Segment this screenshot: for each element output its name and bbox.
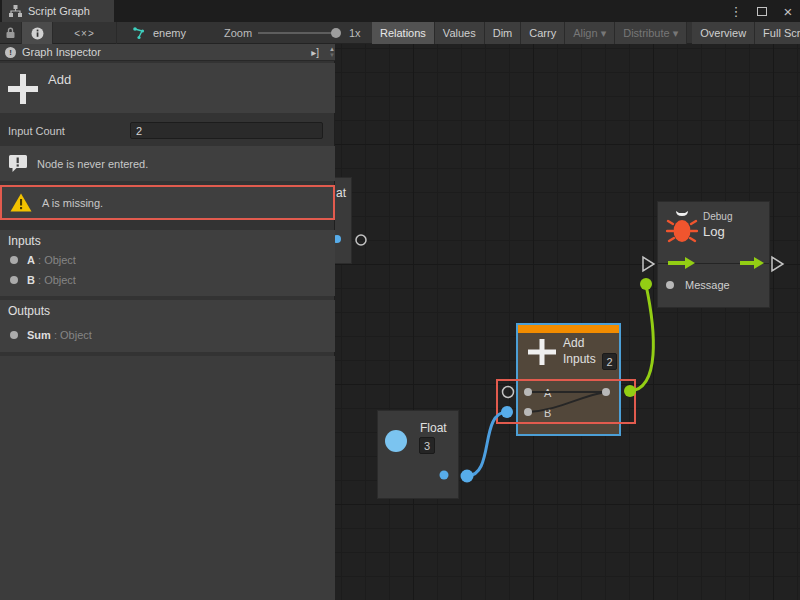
graph-canvas[interactable]: at Float 3 Add Inputs 2 A B Debug Log Me…: [335, 44, 800, 600]
warning-triangle-icon: [10, 193, 32, 212]
debug-node-title-line1: Debug: [703, 211, 732, 222]
wire-endpoint-green[interactable]: [624, 385, 636, 397]
wire-endpoint-blue[interactable]: [461, 470, 474, 483]
maximize-glyph: [757, 7, 767, 16]
debug-log-node[interactable]: Debug Log Message: [657, 201, 770, 308]
port-dot-icon: [10, 256, 18, 264]
graph-inspector-header[interactable]: ! Graph Inspector ▸] ▲ ▼: [0, 44, 335, 61]
message-port-label: Message: [685, 279, 730, 291]
dim-button[interactable]: Dim: [485, 22, 522, 44]
align-dropdown[interactable]: Align ▾: [565, 22, 615, 44]
info-icon: [31, 27, 44, 40]
input-port-row-b: B : Object: [10, 272, 76, 288]
distribute-dropdown[interactable]: Distribute ▾: [615, 22, 687, 44]
float-node[interactable]: Float 3: [377, 410, 459, 499]
port-name: A: [27, 254, 35, 266]
inspector-empty-area: [0, 356, 335, 600]
float-literal-icon: [385, 430, 407, 452]
info-message-text: Node is never entered.: [37, 158, 148, 170]
port-type: : Object: [38, 254, 76, 266]
full-screen-label: Full Screen: [763, 27, 800, 39]
warning-message-text: A is missing.: [42, 197, 103, 209]
selected-node-title-box: Add: [0, 63, 335, 113]
kebab-menu-icon[interactable]: ⋮: [728, 4, 744, 19]
maximize-icon[interactable]: [754, 4, 770, 19]
input-count-label: Input Count: [8, 125, 65, 137]
tab-label: Script Graph: [28, 5, 90, 17]
graph-toolbar: <×> enemy Zoom 1x Relations Values Dim C…: [0, 22, 800, 44]
dim-label: Dim: [493, 27, 513, 39]
flow-port-triangle-right[interactable]: [772, 257, 783, 271]
lock-button[interactable]: [0, 22, 22, 44]
dock-panel-icon[interactable]: ▸]: [311, 47, 319, 58]
unconnected-port-circle[interactable]: [356, 235, 366, 245]
overview-label: Overview: [700, 27, 746, 39]
add-node-header-bar: [518, 325, 619, 333]
carry-label: Carry: [529, 27, 556, 39]
wire-endpoint-blue[interactable]: [501, 406, 513, 418]
zoom-slider-knob[interactable]: [331, 28, 341, 38]
outputs-section-title: Outputs: [8, 304, 50, 318]
carry-button[interactable]: Carry: [521, 22, 565, 44]
edit-graph-button[interactable]: <×>: [53, 22, 117, 44]
info-toggle-button[interactable]: [22, 22, 53, 44]
port-type: : Object: [38, 274, 76, 286]
zoom-value: 1x: [349, 27, 361, 39]
inspector-title: Graph Inspector: [22, 46, 101, 58]
float-node-title: Float: [420, 421, 447, 435]
overview-button[interactable]: Overview: [692, 22, 755, 44]
warning-message-box: A is missing.: [0, 185, 335, 220]
input-count-field[interactable]: [130, 122, 323, 139]
port-dot-icon: [10, 331, 18, 339]
connections-overlay: [335, 44, 800, 600]
toolbar-button-group: Relations Values Dim Carry Align ▾ Distr…: [372, 22, 800, 44]
add-node[interactable]: Add Inputs 2 A B: [516, 323, 621, 436]
clipped-node-title: at: [336, 186, 346, 200]
align-label: Align: [573, 27, 597, 39]
bug-icon: [666, 209, 698, 245]
output-port-row-sum: Sum : Object: [10, 327, 92, 343]
close-icon[interactable]: ×: [780, 3, 796, 20]
port-name: Sum: [27, 329, 51, 341]
relations-button[interactable]: Relations: [372, 22, 435, 44]
chevron-down-icon: ▾: [601, 27, 607, 40]
chevron-down-icon: ▾: [673, 27, 679, 40]
window-controls: ⋮ ×: [728, 0, 796, 22]
add-node-icon: [8, 74, 38, 104]
clipped-float-node[interactable]: at: [335, 177, 352, 264]
float-value-badge: 3: [419, 437, 435, 454]
code-icon: <×>: [74, 28, 95, 39]
add-node-title-line2: Inputs: [563, 352, 596, 366]
graph-name-label: enemy: [153, 27, 186, 39]
input-port-row-a: A : Object: [10, 252, 76, 268]
full-screen-button[interactable]: Full Screen: [755, 22, 800, 44]
port-dot-icon: [10, 276, 18, 284]
lock-icon: [5, 27, 16, 39]
speech-bubble-exclamation-icon: [8, 154, 27, 173]
tab-script-graph[interactable]: Script Graph: [2, 0, 114, 22]
flow-port-triangle-left[interactable]: [643, 257, 654, 271]
add-input-count-badge: 2: [602, 353, 617, 370]
wire-float-to-b[interactable]: [467, 412, 507, 476]
wire-endpoint-green[interactable]: [640, 278, 652, 290]
distribute-label: Distribute: [623, 27, 669, 39]
info-icon: !: [5, 47, 16, 58]
zoom-label: Zoom: [224, 27, 252, 39]
values-button[interactable]: Values: [435, 22, 485, 44]
selected-node-title: Add: [48, 72, 71, 87]
unconnected-port-circle[interactable]: [503, 387, 514, 398]
inputs-section-title: Inputs: [8, 234, 41, 248]
node-section-divider: [658, 263, 769, 264]
graph-asset-icon: [133, 27, 147, 40]
add-node-title-line1: Add: [563, 336, 584, 350]
port-label-a: A: [544, 387, 551, 399]
inputs-section: Inputs A : Object B : Object: [0, 230, 335, 296]
wire-sum-to-message[interactable]: [630, 285, 653, 391]
zoom-slider-track[interactable]: [258, 32, 338, 34]
port-label-b: B: [544, 407, 551, 419]
script-graph-icon: [9, 5, 22, 17]
graph-breadcrumb[interactable]: enemy: [117, 22, 215, 44]
titlebar: Script Graph ⋮ ×: [0, 0, 800, 22]
debug-node-title-line2: Log: [703, 224, 725, 239]
graph-inspector-panel: ! Graph Inspector ▸] ▲ ▼ Add Input Count…: [0, 44, 335, 600]
